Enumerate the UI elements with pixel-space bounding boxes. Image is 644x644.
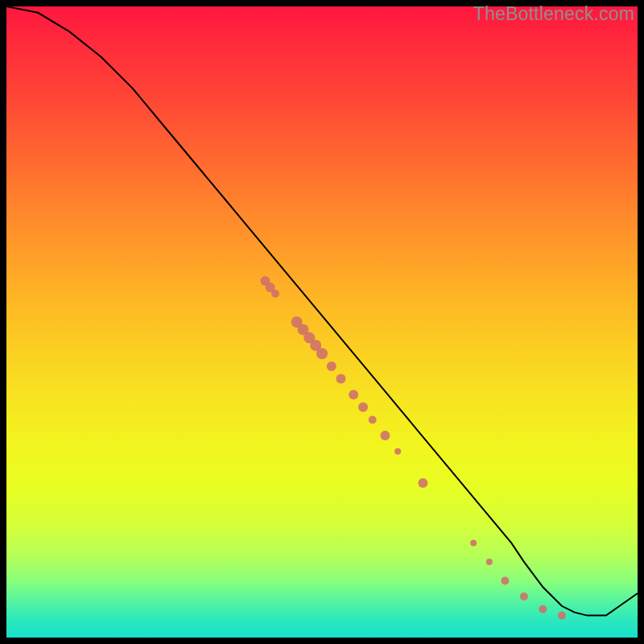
markers-group [260,276,566,620]
data-marker [470,539,477,546]
data-marker [418,478,427,488]
curve-line [6,6,638,616]
data-marker [369,416,377,424]
data-marker [316,348,328,359]
chart-svg [6,6,638,638]
data-marker [358,402,368,412]
data-marker [394,448,401,455]
data-marker [558,612,566,620]
data-marker [501,576,509,584]
data-marker [336,374,346,384]
watermark-text: TheBottleneck.com [473,3,634,25]
data-marker [539,605,547,613]
data-marker [520,592,528,601]
data-marker [380,431,390,440]
data-marker [349,390,358,399]
data-marker [486,559,493,565]
chart-stage: TheBottleneck.com [0,0,644,644]
data-marker [271,290,279,298]
data-marker [327,361,336,371]
plot-area [6,6,638,638]
